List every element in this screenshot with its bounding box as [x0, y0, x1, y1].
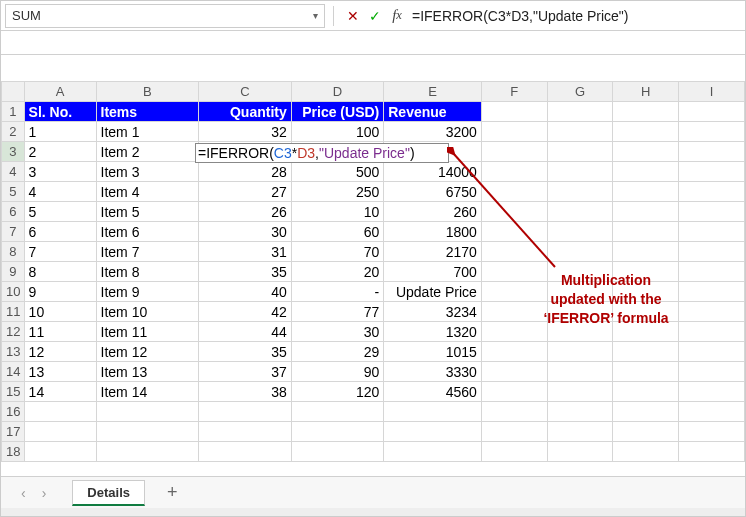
- cell[interactable]: [613, 202, 679, 222]
- cell[interactable]: [384, 442, 482, 462]
- cell[interactable]: 38: [199, 382, 291, 402]
- cell[interactable]: 100: [291, 122, 383, 142]
- col-header[interactable]: C: [199, 82, 291, 102]
- cell[interactable]: [679, 342, 745, 362]
- cell[interactable]: 70: [291, 242, 383, 262]
- cell[interactable]: [481, 362, 547, 382]
- cell[interactable]: [481, 122, 547, 142]
- cell[interactable]: [481, 382, 547, 402]
- cell[interactable]: [384, 402, 482, 422]
- cell[interactable]: Item 10: [96, 302, 199, 322]
- cell[interactable]: 13: [24, 362, 96, 382]
- cell[interactable]: [481, 342, 547, 362]
- cell[interactable]: 3234: [384, 302, 482, 322]
- cell[interactable]: [481, 402, 547, 422]
- cell[interactable]: [613, 362, 679, 382]
- cell[interactable]: [679, 242, 745, 262]
- horizontal-scrollbar[interactable]: [1, 508, 745, 516]
- cell[interactable]: [547, 182, 613, 202]
- cell[interactable]: [679, 122, 745, 142]
- cell[interactable]: 60: [291, 222, 383, 242]
- cell[interactable]: Item 2: [96, 142, 199, 162]
- cell[interactable]: [679, 402, 745, 422]
- cell[interactable]: 77: [291, 302, 383, 322]
- cell[interactable]: 500: [291, 162, 383, 182]
- cell[interactable]: 4560: [384, 382, 482, 402]
- cell[interactable]: [613, 182, 679, 202]
- cell[interactable]: [613, 242, 679, 262]
- cell[interactable]: [96, 422, 199, 442]
- cell[interactable]: 700: [384, 262, 482, 282]
- cell[interactable]: [547, 402, 613, 422]
- worksheet-grid[interactable]: A B C D E F G H I 1 Sl. No. Items Quanti…: [1, 81, 745, 462]
- row-header[interactable]: 12: [2, 322, 25, 342]
- cell[interactable]: [199, 402, 291, 422]
- cell[interactable]: 250: [291, 182, 383, 202]
- row-header[interactable]: 5: [2, 182, 25, 202]
- cell[interactable]: [481, 422, 547, 442]
- cell[interactable]: 14: [24, 382, 96, 402]
- cell[interactable]: [547, 122, 613, 142]
- row-header[interactable]: 16: [2, 402, 25, 422]
- cell[interactable]: [481, 202, 547, 222]
- name-box[interactable]: SUM ▾: [5, 4, 325, 28]
- cell[interactable]: 28: [199, 162, 291, 182]
- cell[interactable]: [613, 422, 679, 442]
- row-header[interactable]: 7: [2, 222, 25, 242]
- row-header[interactable]: 8: [2, 242, 25, 262]
- cell[interactable]: 3: [24, 162, 96, 182]
- cell[interactable]: 35: [199, 342, 291, 362]
- row-header[interactable]: 2: [2, 122, 25, 142]
- cell[interactable]: [481, 242, 547, 262]
- cell[interactable]: [547, 242, 613, 262]
- cell[interactable]: 31: [199, 242, 291, 262]
- cell[interactable]: [547, 222, 613, 242]
- row-header[interactable]: 3: [2, 142, 25, 162]
- col-header[interactable]: H: [613, 82, 679, 102]
- cell[interactable]: 1: [24, 122, 96, 142]
- cell[interactable]: [547, 442, 613, 462]
- cell[interactable]: [24, 442, 96, 462]
- cell[interactable]: [384, 422, 482, 442]
- cell[interactable]: [547, 422, 613, 442]
- cell[interactable]: [679, 142, 745, 162]
- row-header[interactable]: 1: [2, 102, 25, 122]
- cell[interactable]: [679, 182, 745, 202]
- col-header[interactable]: E: [384, 82, 482, 102]
- cell[interactable]: 20: [291, 262, 383, 282]
- cell[interactable]: [613, 162, 679, 182]
- cell[interactable]: 90: [291, 362, 383, 382]
- cell[interactable]: 8: [24, 262, 96, 282]
- cell[interactable]: [679, 202, 745, 222]
- cell[interactable]: Item 1: [96, 122, 199, 142]
- cell[interactable]: 42: [199, 302, 291, 322]
- cell[interactable]: [547, 162, 613, 182]
- row-header[interactable]: 18: [2, 442, 25, 462]
- cell[interactable]: Item 14: [96, 382, 199, 402]
- cell[interactable]: [291, 442, 383, 462]
- cell[interactable]: Revenue: [384, 102, 482, 122]
- cell[interactable]: [679, 362, 745, 382]
- cell[interactable]: Item 8: [96, 262, 199, 282]
- row-header[interactable]: 15: [2, 382, 25, 402]
- cancel-icon[interactable]: ✕: [342, 5, 364, 27]
- cell[interactable]: Item 5: [96, 202, 199, 222]
- cell[interactable]: [679, 382, 745, 402]
- cell[interactable]: Price (USD): [291, 102, 383, 122]
- cell[interactable]: [481, 142, 547, 162]
- row-header[interactable]: 6: [2, 202, 25, 222]
- cell[interactable]: [613, 122, 679, 142]
- cell[interactable]: [613, 402, 679, 422]
- cell[interactable]: [679, 102, 745, 122]
- cell[interactable]: [481, 102, 547, 122]
- col-header[interactable]: I: [679, 82, 745, 102]
- cell[interactable]: 6: [24, 222, 96, 242]
- cell[interactable]: 120: [291, 382, 383, 402]
- cell[interactable]: [481, 162, 547, 182]
- select-all-corner[interactable]: [2, 82, 25, 102]
- col-header[interactable]: D: [291, 82, 383, 102]
- cell[interactable]: 40: [199, 282, 291, 302]
- cell[interactable]: Item 3: [96, 162, 199, 182]
- cell[interactable]: [679, 222, 745, 242]
- cell[interactable]: [481, 182, 547, 202]
